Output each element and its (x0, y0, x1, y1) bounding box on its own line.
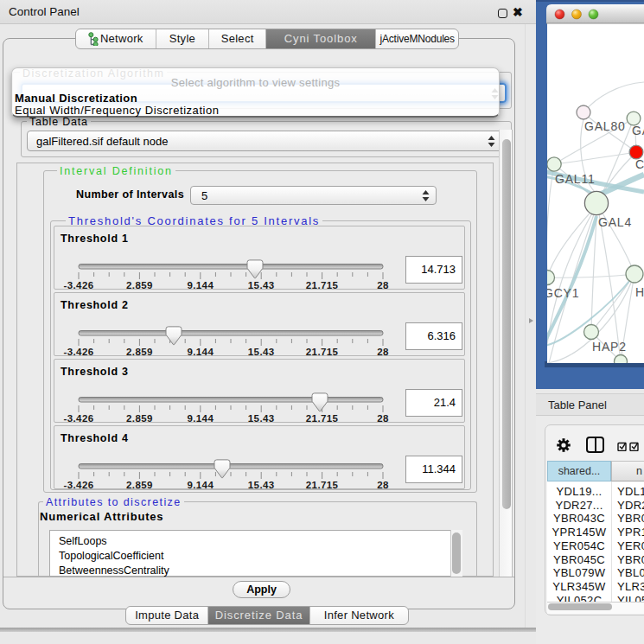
svg-text:-3.426: -3.426 (63, 480, 93, 490)
svg-text:GAL11: GAL11 (555, 172, 596, 186)
svg-text:21.715: 21.715 (306, 347, 339, 357)
svg-text:2.859: 2.859 (126, 280, 153, 290)
svg-text:GA: GA (632, 124, 644, 137)
svg-text:21.715: 21.715 (306, 480, 339, 490)
svg-text:2.859: 2.859 (126, 413, 153, 424)
svg-text:9.144: 9.144 (187, 413, 214, 424)
svg-text:21.715: 21.715 (306, 413, 339, 424)
svg-text:28: 28 (377, 480, 389, 490)
svg-text:28: 28 (377, 280, 389, 290)
svg-text:-3.426: -3.426 (63, 347, 93, 357)
svg-text:15.43: 15.43 (248, 413, 275, 424)
svg-text:21.715: 21.715 (306, 280, 339, 290)
svg-text:28: 28 (377, 347, 389, 357)
svg-text:2.859: 2.859 (126, 480, 153, 490)
svg-text:C: C (635, 157, 644, 171)
svg-text:GAL4: GAL4 (598, 215, 632, 229)
svg-text:-3.426: -3.426 (63, 280, 93, 290)
svg-text:GAL80: GAL80 (584, 119, 626, 133)
svg-text:GCY1: GCY1 (544, 286, 579, 300)
svg-text:28: 28 (377, 413, 389, 424)
svg-text:15.43: 15.43 (248, 280, 275, 290)
svg-text:-3.426: -3.426 (63, 413, 93, 424)
svg-text:9.144: 9.144 (187, 347, 214, 357)
svg-text:2.859: 2.859 (126, 347, 153, 357)
svg-text:15.43: 15.43 (248, 480, 275, 490)
svg-text:9.144: 9.144 (187, 480, 214, 490)
svg-text:9.144: 9.144 (187, 280, 214, 290)
svg-text:15.43: 15.43 (248, 347, 275, 357)
svg-text:H: H (635, 285, 644, 299)
svg-text:HAP2: HAP2 (592, 340, 627, 354)
